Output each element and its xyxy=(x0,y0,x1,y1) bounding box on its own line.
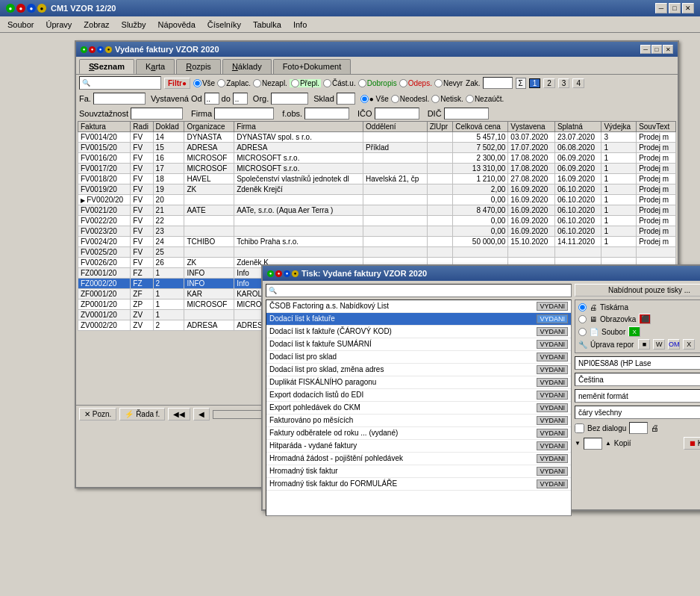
report-item[interactable]: Hromadná žádost - pojištění pohledávekVY… xyxy=(266,453,571,465)
col-radi[interactable]: Radi xyxy=(131,122,153,132)
menu-soubor[interactable]: Soubor xyxy=(3,19,38,31)
kopie-input[interactable]: 1 xyxy=(584,438,602,450)
menu-upravy[interactable]: Úpravy xyxy=(41,19,76,31)
report-item[interactable]: Hromadný tisk faktur do FORMULÁŘEVYDANI xyxy=(266,478,571,491)
report-item[interactable]: ČSOB Factoring a.s. Nabídkový ListVYDANI xyxy=(266,300,571,313)
radio-preplac[interactable]: Přepl. xyxy=(290,79,321,87)
od-input[interactable] xyxy=(204,93,219,105)
search-box[interactable]: 🔍 xyxy=(79,76,161,90)
fa-input[interactable] xyxy=(93,93,146,105)
win-maximize[interactable]: □ xyxy=(651,45,662,54)
col-splatna[interactable]: Splatná xyxy=(554,122,601,132)
tab-seznam[interactable]: SSeznam xyxy=(79,59,134,74)
col-vystavena[interactable]: Vystavena xyxy=(508,122,555,132)
table-row[interactable]: FV0024/20FV24TCHIBOTchibo Praha s.r.o.50… xyxy=(78,237,676,247)
printer-select[interactable]: NPI0ES8A8 (HP Lase xyxy=(575,356,700,370)
ico-input[interactable] xyxy=(375,108,419,119)
dic-input[interactable] xyxy=(444,108,489,119)
uprava-btn4[interactable]: X xyxy=(683,339,695,350)
tab-rozpis[interactable]: Rozpis xyxy=(176,59,221,74)
report-search-input[interactable] xyxy=(277,287,569,295)
table-row[interactable]: FV0019/20FV19ZKZdeněk Krejčí2,0016.09.20… xyxy=(78,184,676,195)
menu-info[interactable]: Info xyxy=(289,19,311,31)
report-item[interactable]: Fakturováno po měsícíchVYDANI xyxy=(266,415,571,427)
org-input[interactable] xyxy=(271,93,308,105)
report-item[interactable]: Hromadný tisk fakturVYDANI xyxy=(266,465,571,478)
radio-nezauctovano[interactable]: Nezaúčt. xyxy=(466,95,504,103)
uprava-btn1[interactable]: ■ xyxy=(638,339,650,350)
report-item[interactable]: Export dodacích listů do EDIVYDANI xyxy=(266,389,571,402)
search-input[interactable] xyxy=(90,79,150,87)
radio-obrazovka[interactable] xyxy=(578,315,587,323)
col-faktura[interactable]: Faktura xyxy=(78,122,131,132)
report-item[interactable]: Dodací list k faktuře (ČÁROVÝ KOD)VYDANI xyxy=(266,326,571,338)
tab-naklady[interactable]: Náklady xyxy=(222,59,272,74)
page1-btn[interactable]: 1 xyxy=(529,78,541,88)
excel-icon[interactable]: X xyxy=(628,326,640,337)
lang-select[interactable]: Čeština xyxy=(575,373,700,386)
maximize-btn[interactable]: □ xyxy=(669,3,681,13)
radio-zaplaceno[interactable]: Zaplac. xyxy=(217,79,251,87)
col-souvtext[interactable]: SouvText xyxy=(637,122,676,132)
uprava-btn3[interactable]: OM xyxy=(668,339,680,350)
report-item[interactable]: Hitparáda - vydané fakturyVYDANI xyxy=(266,440,571,453)
radio-tiskarna[interactable] xyxy=(578,303,587,311)
kopie-spinner-up[interactable]: ▲ xyxy=(605,440,611,447)
report-item[interactable]: Dodací list pro skladVYDANI xyxy=(266,351,571,364)
table-row[interactable]: FV0022/20FV220,0016.09.202006.10.20201Pr… xyxy=(78,216,676,226)
table-row[interactable]: FV0021/20FV21AATEAATe, s.r.o. (Aqua Aer … xyxy=(78,205,676,216)
table-row[interactable]: FV0018/20FV18HAVELSpolečenství vlastníků… xyxy=(78,174,676,184)
radio-nevyr[interactable]: Nevyr xyxy=(434,79,463,87)
menu-napoveda[interactable]: Nápověda xyxy=(154,19,200,31)
page2-btn[interactable]: 2 xyxy=(543,78,555,88)
col-firma[interactable]: Firma xyxy=(234,122,363,132)
table-row[interactable]: FV0015/20FV15ADRESAADRESAPříklad7 502,00… xyxy=(78,143,676,153)
report-search[interactable]: 🔍 xyxy=(266,284,572,297)
radio-soubor[interactable] xyxy=(578,328,587,336)
radio-dobropis[interactable]: Dobropis xyxy=(358,79,397,87)
report-item[interactable]: Duplikát FISKÁLNÍHO paragonuVYDANI xyxy=(266,376,571,389)
menu-ciselniky[interactable]: Číselníky xyxy=(203,19,246,31)
rada-btn[interactable]: ⚡ Řada f. xyxy=(119,408,165,420)
souvztaznost-input[interactable] xyxy=(131,108,183,119)
prev-btn[interactable]: ◀ xyxy=(193,408,210,420)
table-row[interactable]: FV0016/20FV16MICROSOFMICROSOFT s.r.o.2 3… xyxy=(78,153,676,164)
sklad-input[interactable] xyxy=(337,93,355,105)
win-close[interactable]: ✕ xyxy=(663,45,673,54)
first-btn[interactable]: ◀◀ xyxy=(168,408,190,420)
nabidka-btn[interactable]: Nabídnout pouze tisky ... xyxy=(575,284,700,297)
close-btn[interactable]: ✕ xyxy=(682,3,694,13)
tab-foto-dokument[interactable]: Foto+Dokument xyxy=(273,59,351,74)
radio-castecna[interactable]: Část.u. xyxy=(323,79,356,87)
win-minimize[interactable]: ─ xyxy=(640,45,651,54)
report-item[interactable]: Dodací list pro sklad, změna adresVYDANI xyxy=(266,364,571,376)
menu-tabulka[interactable]: Tabulka xyxy=(249,19,286,31)
do-input[interactable] xyxy=(233,93,248,105)
col-doklad[interactable]: Doklad xyxy=(153,122,184,132)
col-oddeleni[interactable]: Oddělení xyxy=(363,122,428,132)
report-list[interactable]: ČSOB Factoring a.s. Nabídkový ListVYDANI… xyxy=(266,299,572,516)
firma-input[interactable] xyxy=(214,108,274,119)
radio-neodesl[interactable]: Neodesl. xyxy=(391,95,429,103)
zak-input[interactable] xyxy=(483,77,513,89)
table-row[interactable]: FV0017/20FV17MICROSOFMICROSOFT s.r.o.13 … xyxy=(78,164,676,174)
page3-btn[interactable]: 3 xyxy=(558,78,570,88)
radio-nezaplaceno[interactable]: Nezapl. xyxy=(253,79,287,87)
col-zlupr[interactable]: ZlUpr xyxy=(427,122,452,132)
pozn-btn[interactable]: ✕ Pozn. xyxy=(79,408,116,420)
radio-vse[interactable]: Vše xyxy=(193,79,215,87)
report-item[interactable]: Faktury odběratele od roku ... (vydané)V… xyxy=(266,427,571,440)
table-row[interactable]: ▶ FV0020/20FV200,0016.09.202006.10.20201… xyxy=(78,195,676,205)
bez-dialogu-check[interactable] xyxy=(575,423,584,433)
format-select[interactable]: neměnit formát xyxy=(575,389,700,403)
filter-btn[interactable]: Filtr● xyxy=(164,78,190,89)
col-vydejka[interactable]: Výdejka xyxy=(601,122,637,132)
obrazovka-btn1[interactable]: ⬛ xyxy=(639,314,651,324)
radio-netisk[interactable]: Netisk. xyxy=(431,95,463,103)
page4-btn[interactable]: 4 xyxy=(572,78,584,88)
tab-karta[interactable]: Karta xyxy=(136,59,175,74)
radio-odepsano[interactable]: Odeps. xyxy=(399,79,432,87)
menu-sluzby[interactable]: Služby xyxy=(117,19,151,31)
report-item[interactable]: Dodací list k faktuřeVYDANI xyxy=(266,313,571,326)
cary-select[interactable]: čáry všechny xyxy=(575,406,700,419)
